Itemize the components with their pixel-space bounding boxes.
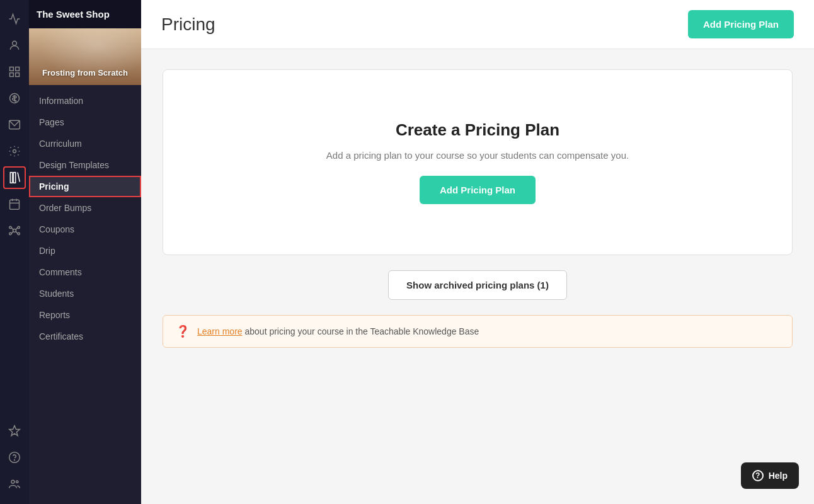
sidebar-nav: Information Pages Curriculum Design Temp… bbox=[29, 85, 141, 504]
settings-icon[interactable] bbox=[3, 140, 26, 163]
sidebar-item-coupons[interactable]: Coupons bbox=[29, 219, 141, 240]
svg-rect-8 bbox=[10, 173, 12, 183]
empty-state-subtitle: Add a pricing plan to your course so you… bbox=[326, 150, 629, 161]
svg-point-17 bbox=[9, 232, 11, 234]
svg-line-20 bbox=[16, 227, 18, 230]
star-icon[interactable] bbox=[3, 420, 26, 442]
page-title: Pricing bbox=[161, 14, 215, 35]
svg-point-25 bbox=[14, 460, 15, 461]
icon-rail bbox=[0, 0, 29, 504]
help-circle-icon[interactable] bbox=[3, 446, 26, 469]
svg-point-27 bbox=[16, 481, 18, 483]
svg-rect-1 bbox=[10, 67, 14, 71]
course-thumbnail[interactable]: Frosting from Scratch bbox=[29, 28, 141, 85]
calendar-icon[interactable] bbox=[3, 193, 26, 215]
svg-line-22 bbox=[16, 231, 18, 234]
svg-point-26 bbox=[11, 480, 14, 483]
svg-point-15 bbox=[9, 226, 11, 228]
sidebar-item-information[interactable]: Information bbox=[29, 90, 141, 112]
users-icon[interactable] bbox=[3, 34, 26, 57]
sidebar-item-comments[interactable]: Comments bbox=[29, 261, 141, 283]
sidebar-item-pricing[interactable]: Pricing bbox=[29, 176, 141, 197]
add-pricing-plan-main-button[interactable]: Add Pricing Plan bbox=[420, 176, 536, 204]
svg-rect-2 bbox=[16, 67, 20, 71]
people-icon[interactable] bbox=[3, 472, 26, 495]
svg-point-16 bbox=[18, 226, 20, 228]
learn-more-link[interactable]: Learn more bbox=[197, 326, 243, 336]
help-label: Help bbox=[769, 471, 788, 481]
svg-point-7 bbox=[13, 150, 16, 153]
empty-state-card: Create a Pricing Plan Add a pricing plan… bbox=[163, 69, 793, 255]
info-circle-icon: ❓ bbox=[176, 324, 190, 338]
app-name: The Sweet Shop bbox=[29, 0, 141, 28]
svg-rect-3 bbox=[10, 73, 14, 77]
svg-point-24 bbox=[9, 452, 20, 463]
svg-line-21 bbox=[11, 231, 13, 234]
sidebar-item-drip[interactable]: Drip bbox=[29, 240, 141, 261]
content-area: Create a Pricing Plan Add a pricing plan… bbox=[141, 49, 814, 368]
svg-point-0 bbox=[13, 41, 17, 45]
info-text: Learn more about pricing your course in … bbox=[197, 326, 479, 336]
dashboard-icon[interactable] bbox=[3, 60, 26, 83]
help-question-icon: ? bbox=[752, 470, 764, 481]
sidebar-item-order-bumps[interactable]: Order Bumps bbox=[29, 197, 141, 219]
sidebar-item-design-templates[interactable]: Design Templates bbox=[29, 154, 141, 176]
svg-marker-23 bbox=[9, 426, 20, 436]
sidebar-item-reports[interactable]: Reports bbox=[29, 304, 141, 326]
mail-icon[interactable] bbox=[3, 113, 26, 136]
show-archived-button[interactable]: Show archived pricing plans (1) bbox=[388, 270, 567, 300]
sidebar-item-certificates[interactable]: Certificates bbox=[29, 326, 141, 347]
sidebar-item-students[interactable]: Students bbox=[29, 283, 141, 304]
add-pricing-plan-header-button[interactable]: Add Pricing Plan bbox=[688, 10, 794, 38]
dollar-icon[interactable] bbox=[3, 87, 26, 110]
network-icon[interactable] bbox=[3, 219, 26, 242]
empty-state-title: Create a Pricing Plan bbox=[396, 120, 559, 140]
main-header: Pricing Add Pricing Plan bbox=[141, 0, 814, 49]
svg-line-19 bbox=[11, 227, 13, 230]
sidebar-item-curriculum[interactable]: Curriculum bbox=[29, 133, 141, 154]
svg-rect-9 bbox=[13, 173, 15, 183]
svg-rect-10 bbox=[10, 200, 20, 209]
library-icon[interactable] bbox=[3, 166, 26, 189]
svg-rect-4 bbox=[16, 73, 20, 77]
svg-point-18 bbox=[18, 232, 20, 234]
main-content: Pricing Add Pricing Plan Create a Pricin… bbox=[141, 0, 814, 504]
course-name: Frosting from Scratch bbox=[42, 68, 128, 79]
analytics-icon[interactable] bbox=[3, 8, 26, 30]
sidebar-item-pages[interactable]: Pages bbox=[29, 112, 141, 133]
info-banner: ❓ Learn more about pricing your course i… bbox=[163, 315, 793, 348]
sidebar: The Sweet Shop Frosting from Scratch Inf… bbox=[29, 0, 141, 504]
help-button[interactable]: ? Help bbox=[741, 462, 799, 489]
